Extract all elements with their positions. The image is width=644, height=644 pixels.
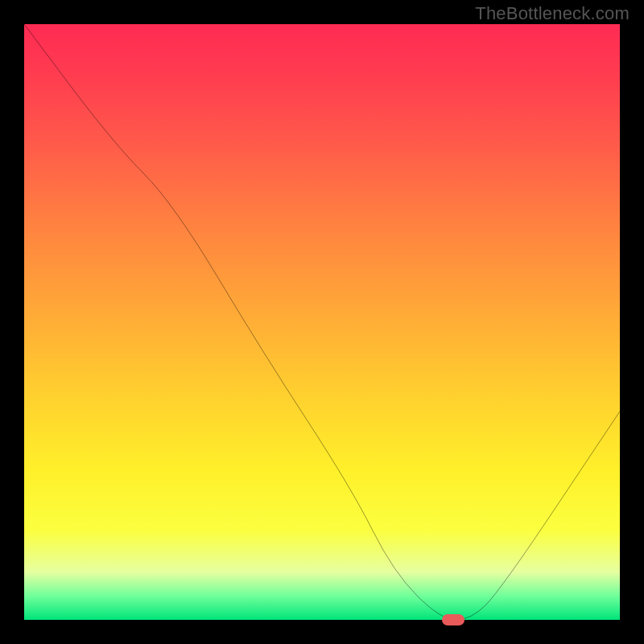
curve-path xyxy=(24,24,620,620)
watermark-text: TheBottleneck.com xyxy=(475,3,630,24)
chart-container: TheBottleneck.com xyxy=(0,0,644,644)
plot-area xyxy=(24,24,620,620)
bottleneck-curve xyxy=(24,24,620,620)
optimal-marker xyxy=(442,614,464,625)
